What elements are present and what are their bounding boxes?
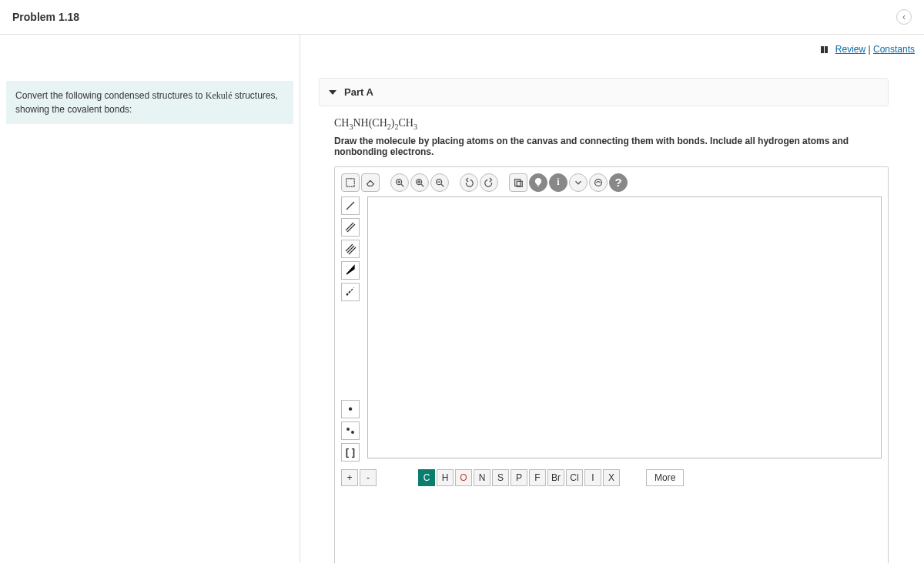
flag-icon[interactable] <box>820 45 829 55</box>
svg-line-29 <box>353 287 354 288</box>
svg-point-30 <box>347 428 350 430</box>
element-toolbar: + - CHONSPFBrClIX More <box>341 466 882 486</box>
left-column: Convert the following condensed structur… <box>0 35 300 563</box>
element-O-button[interactable]: O <box>455 469 472 486</box>
svg-line-8 <box>421 184 424 187</box>
top-links: Review | Constants <box>820 44 915 55</box>
part-content: CH3NH(CH2)2CH3 Draw the molecule by plac… <box>319 106 889 563</box>
problem-title: Problem 1.18 <box>12 11 79 23</box>
dash-bond-button[interactable] <box>341 283 360 301</box>
svg-rect-2 <box>346 179 355 187</box>
page-header: Problem 1.18 ‹ <box>0 0 924 35</box>
main-layout: Convert the following condensed structur… <box>0 35 924 563</box>
element-F-button[interactable]: F <box>529 469 546 486</box>
wedge-bond-button[interactable] <box>341 261 360 280</box>
review-link[interactable]: Review <box>835 44 865 55</box>
help-button[interactable]: ? <box>609 173 628 192</box>
element-I-button[interactable]: I <box>584 469 601 486</box>
lone-pair-button[interactable] <box>341 421 360 440</box>
svg-rect-13 <box>515 179 521 186</box>
problem-prompt: Convert the following condensed structur… <box>6 81 293 124</box>
element-H-button[interactable]: H <box>437 469 454 486</box>
part-label: Part A <box>344 86 373 98</box>
editor-footer-space <box>341 491 882 560</box>
brackets-button[interactable]: [ ] <box>341 443 360 462</box>
svg-line-4 <box>401 184 404 187</box>
draw-instruction: Draw the molecule by placing atoms on th… <box>334 136 889 157</box>
constants-link[interactable]: Constants <box>873 44 915 55</box>
svg-point-15 <box>536 179 541 184</box>
undo-button[interactable] <box>460 173 478 192</box>
element-S-button[interactable]: S <box>492 469 509 486</box>
svg-line-28 <box>351 289 353 290</box>
element-N-button[interactable]: N <box>474 469 490 486</box>
svg-point-31 <box>352 431 354 433</box>
zoom-fit-button[interactable] <box>410 173 429 192</box>
zoom-out-button[interactable] <box>430 173 449 192</box>
paste-button[interactable] <box>509 173 527 192</box>
svg-line-27 <box>349 291 350 293</box>
svg-line-26 <box>346 294 348 295</box>
help-icon-label: ? <box>614 176 621 189</box>
zoom-in-button[interactable] <box>390 173 409 192</box>
element-X-button[interactable]: X <box>603 469 620 486</box>
triple-bond-button[interactable] <box>341 240 360 258</box>
marquee-select-button[interactable] <box>341 173 360 192</box>
info-icon-label: i <box>557 176 559 188</box>
svg-line-11 <box>441 184 444 187</box>
element-C-button[interactable]: C <box>418 469 435 486</box>
hint-button[interactable] <box>529 173 547 192</box>
double-bond-button[interactable] <box>341 218 360 237</box>
chemical-formula: CH3NH(CH2)2CH3 <box>334 117 889 131</box>
collapse-caret-icon <box>329 90 336 95</box>
editor-top-toolbar: i ? <box>341 173 882 192</box>
svg-line-19 <box>346 202 354 210</box>
radical-label: • <box>348 402 353 416</box>
svg-point-18 <box>595 179 602 186</box>
view-button[interactable] <box>589 173 608 192</box>
element-P-button[interactable]: P <box>511 469 527 486</box>
eraser-button[interactable] <box>361 173 380 192</box>
svg-rect-1 <box>825 46 828 53</box>
more-elements-button[interactable]: More <box>646 469 684 486</box>
right-column: Review | Constants Part A CH3NH(CH2)2CH3… <box>300 35 924 563</box>
structure-editor: i ? <box>334 166 889 563</box>
charge-minus-button[interactable]: - <box>360 469 377 486</box>
radical-button[interactable]: • <box>341 400 360 418</box>
element-Br-button[interactable]: Br <box>547 469 564 486</box>
element-Cl-button[interactable]: Cl <box>566 469 583 486</box>
link-sep: | <box>865 44 873 55</box>
charge-plus-button[interactable]: + <box>341 469 358 486</box>
info-button[interactable]: i <box>549 173 567 192</box>
svg-rect-0 <box>821 46 824 53</box>
redo-button[interactable] <box>480 173 498 192</box>
prompt-pre: Convert the following condensed structur… <box>15 90 206 101</box>
bond-tools: • [ ] <box>341 196 361 462</box>
part-header[interactable]: Part A <box>319 78 889 106</box>
svg-marker-25 <box>346 266 354 274</box>
expand-button[interactable] <box>569 173 588 192</box>
drawing-canvas[interactable] <box>367 196 882 458</box>
svg-point-9 <box>418 181 420 183</box>
nav-prev-button[interactable]: ‹ <box>896 9 912 25</box>
single-bond-button[interactable] <box>341 196 360 215</box>
brackets-label: [ ] <box>346 446 355 458</box>
prompt-kekule: Kekulé <box>206 90 233 101</box>
svg-point-7 <box>417 179 422 184</box>
